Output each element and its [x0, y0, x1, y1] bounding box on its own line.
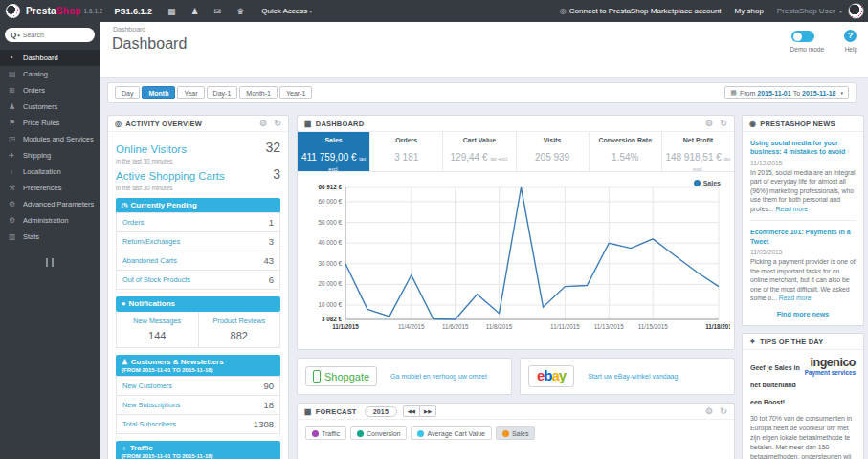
sidebar-item-modules[interactable]: ◳Modules and Services: [0, 131, 100, 147]
svg-text:11/15/2015: 11/15/2015: [638, 323, 669, 330]
cart-icon[interactable]: ▦: [167, 7, 176, 16]
sidebar-item-localization[interactable]: ♁Localization: [0, 164, 100, 180]
sidebar-collapse-button[interactable]: [46, 258, 54, 267]
sidebar-item-administration[interactable]: ⚙Administration: [0, 212, 100, 229]
shopgate-link[interactable]: Ga mobiel en verhoog uw omzet: [390, 373, 487, 380]
read-more-link[interactable]: Read more: [779, 295, 812, 301]
ebay-logo[interactable]: ebay: [528, 365, 574, 387]
demo-mode-toggle[interactable]: [791, 31, 814, 42]
active-carts-link[interactable]: Active Shopping Carts: [116, 170, 225, 182]
sidebar-item-customers[interactable]: ♟Customers: [0, 98, 100, 115]
news-article-link[interactable]: Using social media for your business: 4 …: [750, 139, 856, 157]
dashboard-icon: ◔: [9, 54, 23, 62]
refresh-icon[interactable]: ↻: [720, 406, 727, 416]
panel-title: ACTIVITY OVERVIEW: [125, 120, 202, 128]
news-article-excerpt: Picking a payment provider is one of the…: [750, 257, 856, 303]
previous-year-button[interactable]: ◀◀: [403, 405, 420, 417]
filter-month-1-button[interactable]: Month-1: [239, 86, 278, 99]
svg-text:11/6/2015: 11/6/2015: [442, 323, 469, 330]
new-customers-row: New Customers90: [116, 376, 280, 396]
panel-title: PRESTASHOP NEWS: [760, 120, 835, 128]
filter-day-button[interactable]: Day: [115, 86, 140, 99]
avatar[interactable]: [848, 3, 864, 19]
legend-dot-sales: [694, 180, 701, 186]
customers-newsletters-header: ♟Customers & Newsletters(FROM 2015-11-01…: [116, 355, 280, 377]
sidebar-item-price-rules[interactable]: ⚑Price Rules: [0, 115, 100, 131]
kpi-orders[interactable]: Orders3 181: [369, 132, 442, 171]
filter-day-1-button[interactable]: Day-1: [207, 86, 238, 99]
news-article-date: 11/05/2015: [750, 249, 856, 255]
quick-access-menu[interactable]: Quick Access▾: [261, 7, 312, 15]
customers-icon: ♟: [122, 358, 128, 366]
help-icon[interactable]: ?: [844, 30, 857, 42]
chevron-down-icon: ▾: [839, 9, 842, 14]
sidebar-search[interactable]: Q ▾: [5, 28, 95, 42]
kpi-sales[interactable]: Sales411 759,00 € tax excl.: [298, 132, 369, 171]
search-input[interactable]: [23, 32, 80, 38]
forecast-sales-toggle[interactable]: Sales: [496, 426, 536, 440]
sidebar-item-stats[interactable]: ▥Stats: [0, 229, 100, 245]
kpi-net-profit[interactable]: Net Profit148 918,51 € tax excl.: [661, 132, 734, 171]
avg-cart-value-dot-icon: [417, 430, 424, 437]
ebay-banner: ebay Start uw eBay-winkel vandaag: [520, 358, 735, 395]
sidebar-item-preferences[interactable]: ⚒Preferences: [0, 180, 100, 196]
chevron-down-icon: ▾: [17, 33, 20, 38]
refresh-icon[interactable]: ↻: [274, 119, 281, 128]
trophy-icon[interactable]: ♛: [236, 7, 244, 16]
traffic-dot-icon: [312, 430, 319, 437]
user-menu[interactable]: PrestaShop User ▾: [777, 7, 842, 15]
news-article: Ecommerce 101: Payments in a Tweet 11/05…: [750, 228, 856, 302]
next-year-button[interactable]: ▶▶: [420, 405, 436, 417]
kpi-cart-value[interactable]: Cart Value129,44 € tax excl.: [442, 132, 515, 171]
modules-icon: ◳: [9, 135, 23, 143]
date-range-picker[interactable]: ▦ From2015-11-01 To2015-11-18 ▾: [724, 86, 849, 99]
my-shop-link[interactable]: My shop: [735, 7, 764, 15]
filter-year-1-button[interactable]: Year-1: [279, 86, 312, 99]
marketplace-link[interactable]: ◎Connect to PrestaShop Marketplace accou…: [560, 7, 722, 15]
read-more-link[interactable]: Read more: [775, 206, 808, 212]
shopgate-logo[interactable]: Shopgate: [305, 366, 377, 386]
sales-dot-icon: [502, 430, 509, 437]
customers-quick-icon[interactable]: ♟: [191, 7, 199, 16]
ebay-link[interactable]: Start uw eBay-winkel vandaag: [588, 373, 678, 380]
demo-mode-label: Demo mode: [790, 46, 824, 53]
ingenico-logo[interactable]: ingenico Payment services: [805, 357, 856, 376]
filter-year-button[interactable]: Year: [177, 86, 204, 99]
sidebar-item-orders[interactable]: ⊞Orders: [0, 82, 100, 98]
kpi-conversion-rate[interactable]: Conversion Rate1.54%: [589, 132, 661, 171]
sidebar-item-dashboard[interactable]: ◔Dashboard: [0, 50, 100, 66]
page-title: Dashboard: [112, 35, 187, 53]
shopgate-banner: Shopgate Ga mobiel en verhoog uw omzet: [297, 358, 512, 395]
online-visitors-metric: Online Visitors in the last 30 minutes 3…: [116, 140, 280, 164]
chevron-down-icon: ▾: [840, 90, 843, 96]
news-article-date: 11/12/2015: [750, 160, 856, 166]
help-label: Help: [845, 46, 857, 53]
search-icon: Q: [11, 31, 16, 39]
tip-body: 30 tot 70% van de consumenten in Europa …: [750, 414, 856, 459]
sales-line-chart: 66 912 €60 000 €50 000 €40 000 €30 000 €…: [301, 176, 730, 339]
gear-icon[interactable]: ⚙: [705, 119, 713, 128]
forecast-traffic-toggle[interactable]: Traffic: [305, 426, 346, 440]
refresh-icon[interactable]: ↻: [720, 119, 727, 128]
total-subscribers-row: Total Subscribers1308: [116, 414, 280, 434]
pending-row-returns: Return/Exchanges3: [116, 231, 280, 251]
sales-chart: 66 912 €60 000 €50 000 €40 000 €30 000 €…: [298, 172, 734, 349]
online-visitors-link[interactable]: Online Visitors: [116, 143, 187, 155]
messages-icon[interactable]: ✉: [214, 7, 222, 16]
shop-name[interactable]: PS1.6.1.2: [114, 7, 152, 16]
sidebar-item-shipping[interactable]: ✈Shipping: [0, 147, 100, 164]
filter-month-button[interactable]: Month: [142, 86, 175, 99]
sidebar-item-advanced-parameters[interactable]: ⚙Advanced Parameters: [0, 196, 100, 212]
brand: PrestaShop: [26, 6, 81, 16]
gear-icon[interactable]: ⚙: [705, 406, 713, 416]
forecast-avg-cart-value-toggle[interactable]: Average Cart Value: [411, 426, 491, 440]
chevron-down-icon: ▾: [309, 9, 312, 14]
calendar-icon: ▦: [730, 89, 737, 97]
find-more-news-link[interactable]: Find more news: [743, 310, 863, 318]
news-article-link[interactable]: Ecommerce 101: Payments in a Tweet: [750, 228, 856, 246]
sidebar-item-catalog[interactable]: ▤Catalog: [0, 66, 100, 82]
globe-icon: ♁: [122, 444, 127, 452]
kpi-visits[interactable]: Visits205 939: [516, 132, 589, 171]
gear-icon[interactable]: ⚙: [259, 119, 267, 128]
forecast-conversion-toggle[interactable]: Conversion: [350, 426, 407, 440]
